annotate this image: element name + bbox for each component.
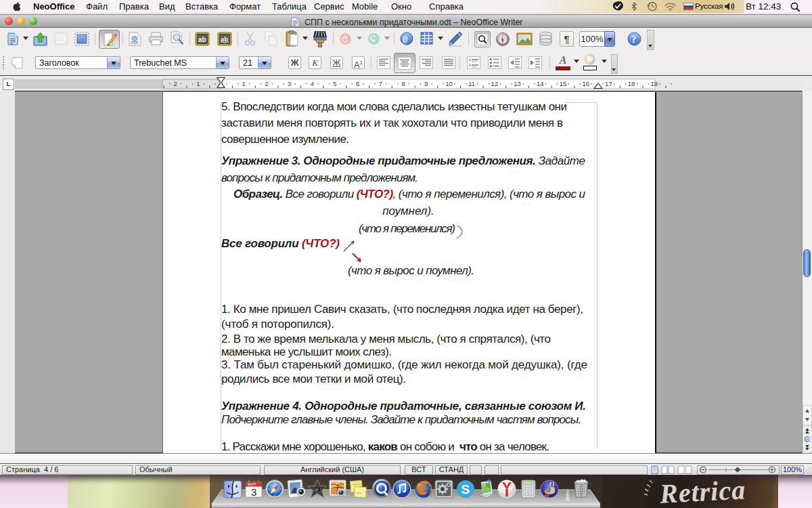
svg-text:10: 10 [445, 80, 453, 87]
svg-text:11: 11 [468, 80, 475, 87]
svg-text:13: 13 [514, 80, 521, 87]
svg-text:S: S [461, 482, 470, 496]
svg-text:2: 2 [265, 80, 268, 87]
svg-text:9: 9 [424, 80, 428, 87]
svg-text:8: 8 [401, 80, 405, 87]
svg-text:5: 5 [333, 80, 336, 87]
svg-text:4: 4 [311, 80, 314, 87]
svg-text:1: 1 [242, 80, 246, 87]
svg-text:?: ? [631, 35, 636, 45]
svg-text:1: 1 [196, 80, 200, 87]
svg-text:14: 14 [537, 80, 544, 87]
svg-text:@: @ [403, 35, 407, 45]
svg-text:ab: ab [198, 36, 206, 43]
svg-text:7: 7 [379, 80, 382, 87]
svg-text:3: 3 [288, 80, 291, 87]
svg-text:19: 19 [651, 80, 658, 87]
svg-text:3: 3 [251, 486, 256, 498]
svg-text:ab: ab [221, 35, 228, 43]
svg-text:PDF: PDF [131, 41, 139, 45]
svg-text:18: 18 [628, 80, 635, 87]
svg-text:6: 6 [356, 80, 359, 87]
svg-text:iM: iM [315, 488, 319, 492]
svg-text:17: 17 [605, 80, 612, 87]
svg-text:12: 12 [491, 80, 499, 87]
svg-text:дела: дела [357, 492, 362, 494]
svg-text:2: 2 [173, 80, 177, 87]
svg-text:16: 16 [582, 80, 589, 87]
svg-text:15: 15 [560, 80, 567, 87]
